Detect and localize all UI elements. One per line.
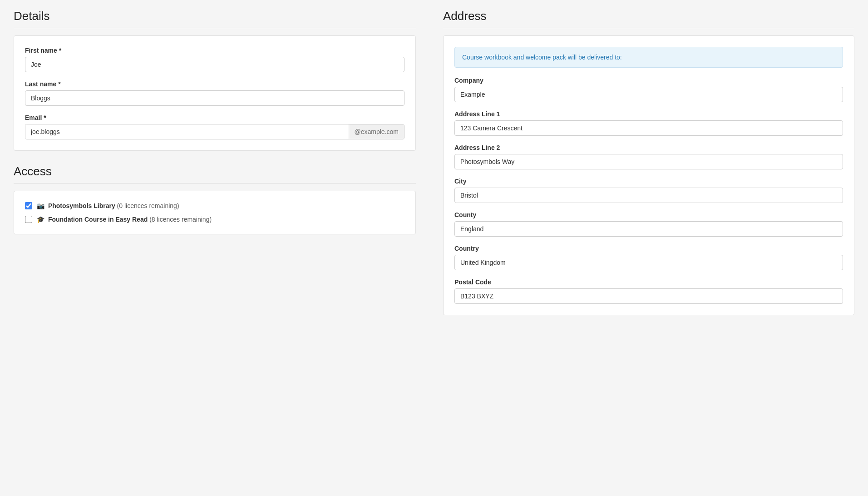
- photosymbols-icon: 📷: [37, 202, 44, 209]
- access-item-foundation[interactable]: 🎓 Foundation Course in Easy Read (8 lice…: [25, 216, 404, 223]
- email-group: Email * @example.com: [25, 114, 404, 139]
- photosymbols-licence-count: (0 licences remaining): [117, 202, 179, 209]
- company-input[interactable]: [454, 87, 843, 102]
- page-container: Details First name * Last name * Email *…: [0, 0, 868, 496]
- address-line-1-label: Address Line 1: [454, 110, 843, 118]
- address-card: Course workbook and welcome pack will be…: [443, 35, 854, 315]
- email-suffix: @example.com: [349, 124, 404, 139]
- address-line-2-label: Address Line 2: [454, 144, 843, 151]
- county-group: County: [454, 211, 843, 237]
- county-label: County: [454, 211, 843, 218]
- email-input-wrapper: @example.com: [25, 124, 404, 139]
- city-group: City: [454, 178, 843, 203]
- country-input[interactable]: [454, 255, 843, 270]
- email-label: Email *: [25, 114, 404, 121]
- county-input[interactable]: [454, 221, 843, 237]
- first-name-input[interactable]: [25, 57, 404, 72]
- country-label: Country: [454, 245, 843, 252]
- access-section: Access 📷 Photosymbols Library (0 licence…: [14, 164, 416, 234]
- country-group: Country: [454, 245, 843, 270]
- address-title: Address: [443, 9, 854, 28]
- photosymbols-name: Photosymbols Library: [48, 202, 115, 209]
- details-title: Details: [14, 9, 416, 28]
- last-name-group: Last name *: [25, 80, 404, 106]
- last-name-input[interactable]: [25, 90, 404, 106]
- address-line-1-input[interactable]: [454, 120, 843, 136]
- city-input[interactable]: [454, 188, 843, 203]
- right-column: Address Course workbook and welcome pack…: [434, 9, 854, 487]
- company-label: Company: [454, 77, 843, 84]
- access-item-photosymbols[interactable]: 📷 Photosymbols Library (0 licences remai…: [25, 202, 404, 209]
- address-line-2-group: Address Line 2: [454, 144, 843, 169]
- photosymbols-label: 📷 Photosymbols Library (0 licences remai…: [37, 202, 179, 209]
- access-title: Access: [14, 164, 416, 184]
- left-column: Details First name * Last name * Email *…: [14, 9, 434, 487]
- address-line-1-group: Address Line 1: [454, 110, 843, 136]
- photosymbols-checkbox[interactable]: [25, 202, 32, 209]
- foundation-checkbox[interactable]: [25, 216, 32, 223]
- email-input[interactable]: [25, 124, 349, 139]
- first-name-group: First name *: [25, 47, 404, 72]
- address-banner: Course workbook and welcome pack will be…: [454, 47, 843, 68]
- foundation-licence-count: (8 licences remaining): [149, 216, 212, 223]
- company-group: Company: [454, 77, 843, 102]
- foundation-icon: 🎓: [37, 216, 44, 223]
- access-card: 📷 Photosymbols Library (0 licences remai…: [14, 191, 416, 234]
- postal-code-label: Postal Code: [454, 278, 843, 286]
- address-line-2-input[interactable]: [454, 154, 843, 169]
- postal-code-group: Postal Code: [454, 278, 843, 304]
- details-card: First name * Last name * Email * @exampl…: [14, 35, 416, 151]
- postal-code-input[interactable]: [454, 288, 843, 304]
- city-label: City: [454, 178, 843, 185]
- last-name-label: Last name *: [25, 80, 404, 88]
- foundation-label: 🎓 Foundation Course in Easy Read (8 lice…: [37, 216, 212, 223]
- foundation-name: Foundation Course in Easy Read: [48, 216, 148, 223]
- first-name-label: First name *: [25, 47, 404, 54]
